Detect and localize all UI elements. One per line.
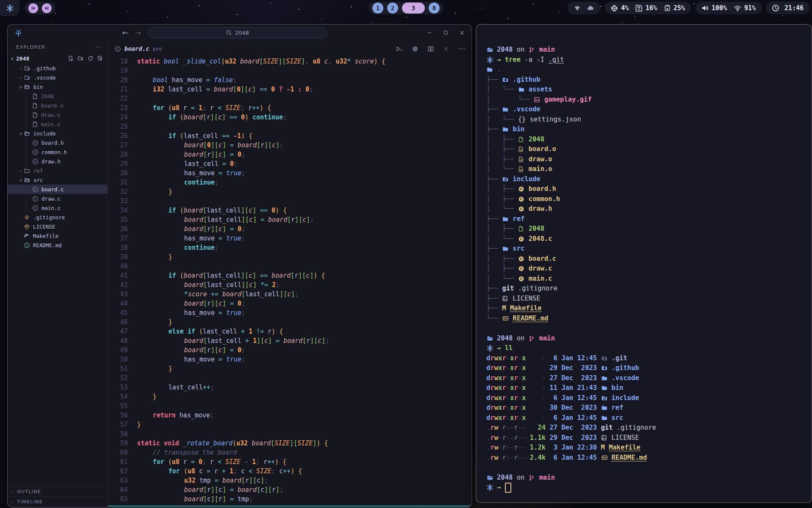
code-line-21[interactable]: 21i32 last_cell = board[0][c] == 0 ? -1 … [108, 85, 472, 94]
tree-row-draw.c[interactable]: Cdraw.c [8, 194, 107, 203]
command-center-search[interactable]: 2048 [148, 27, 327, 39]
minimize-button[interactable] [427, 30, 432, 36]
code-line-49[interactable]: 49board[r][c] = 0; [108, 345, 472, 355]
code-line-63[interactable]: 63u32 tmp = board[r][c]; [108, 476, 472, 485]
code-line-54[interactable]: 54} [108, 392, 472, 401]
run-button-icon[interactable] [394, 46, 403, 52]
tree-row-ref[interactable]: ›ref [8, 166, 107, 175]
code-line-31[interactable]: 31continue; [108, 178, 472, 187]
timeline-panel-header[interactable]: › TIMELINE [8, 497, 107, 507]
tree-row-.github[interactable]: ›.github [8, 64, 107, 73]
refresh-icon[interactable] [88, 55, 93, 61]
tree-root-row[interactable]: ∨ 2048 [8, 53, 107, 64]
titlebar[interactable]: ← → 2048 [8, 25, 472, 41]
code-line-38[interactable]: 38continue; [108, 243, 472, 252]
tree-row-bin[interactable]: ∨bin [8, 82, 107, 91]
tree-row-Makefile[interactable]: Makefile [8, 231, 107, 240]
tree-row-include[interactable]: ∨include [8, 129, 107, 138]
code-line-41[interactable]: 41if (board[last_cell][c] == board[r][c]… [108, 271, 472, 280]
close-editor-icon[interactable] [443, 46, 449, 52]
outline-panel-header[interactable]: › OUTLINE [8, 486, 107, 497]
media-prev-button[interactable] [28, 3, 38, 13]
workspace-3[interactable]: 3 [402, 3, 425, 14]
tree-row-board.h[interactable]: Hboard.h [8, 138, 107, 147]
speaker-icon[interactable] [701, 4, 709, 12]
chevron-right-icon[interactable]: › [18, 168, 24, 173]
code-line-39[interactable]: 39} [108, 252, 472, 262]
code-line-46[interactable]: 46} [108, 318, 472, 327]
code-line-64[interactable]: 64board[r][c] = board[c][r]; [108, 485, 472, 494]
code-line-48[interactable]: 48board[last_cell + 1][c] = board[r][c]; [108, 336, 472, 345]
new-file-icon[interactable] [68, 55, 74, 61]
workspace-1[interactable]: 1 [373, 3, 384, 14]
chevron-right-icon[interactable]: › [18, 75, 24, 80]
code-line-59[interactable]: 59static void _rotate_board(u32 board[SI… [108, 439, 472, 448]
nav-forward-icon[interactable]: → [135, 28, 141, 37]
tree-row-draw.o[interactable]: draw.o [8, 110, 107, 119]
code-line-20[interactable]: 20bool has_move = false; [108, 75, 472, 85]
code-line-26[interactable]: 26if (last_cell == -1) { [108, 131, 472, 141]
tree-row-.vscode[interactable]: ›.vscode [8, 73, 107, 82]
terminal-window[interactable]: 2048 on main→ tree -a -I .git.├── .githu… [476, 24, 812, 503]
tree-row-LICENSE[interactable]: LICENSE [8, 222, 107, 231]
tree-row-board.c[interactable]: Cboard.c [8, 185, 107, 194]
more-actions-icon[interactable]: ··· [458, 45, 466, 53]
code-line-60[interactable]: 60// transpose the board [108, 448, 472, 457]
code-line-57[interactable]: 57} [108, 420, 472, 429]
code-line-30[interactable]: 30has_move = true; [108, 168, 472, 178]
code-line-55[interactable]: 55 [108, 401, 472, 411]
code-line-51[interactable]: 51} [108, 364, 472, 373]
split-editor-icon[interactable] [428, 46, 434, 52]
code-line-22[interactable]: 22 [108, 94, 472, 103]
tree-row-src[interactable]: ∨src [8, 175, 107, 185]
code-line-29[interactable]: 29last_cell = 0; [108, 159, 472, 168]
code-line-35[interactable]: 35board[last_cell][c] = board[r][c]; [108, 215, 472, 224]
tree-row-2048[interactable]: 2048 [8, 91, 107, 101]
code-line-25[interactable]: 25 [108, 122, 472, 131]
code-line-28[interactable]: 28board[r][c] = 0; [108, 150, 472, 159]
code-line-42[interactable]: 42board[last_cell][c] *= 2; [108, 280, 472, 290]
editor-pane[interactable]: C board.c src ··· 18static bool _slide_c… [108, 41, 472, 507]
collapse-all-icon[interactable] [97, 55, 103, 61]
code-line-18[interactable]: 18static bool _slide_col(u32 board[SIZE]… [108, 57, 472, 66]
code-line-27[interactable]: 27board[0][c] = board[r][c]; [108, 141, 472, 150]
code-line-34[interactable]: 34if (board[last_cell][c] == 0) { [108, 206, 472, 215]
code-line-47[interactable]: 47else if (last_cell + 1 != r) { [108, 327, 472, 336]
code-line-37[interactable]: 37has_move = true; [108, 234, 472, 243]
nav-back-icon[interactable]: ← [122, 28, 128, 37]
wifi-icon[interactable] [734, 4, 741, 12]
workspace-2[interactable]: 2 [387, 3, 398, 14]
code-line-62[interactable]: 62for (u8 c = r + 1; c < SIZE; c++) { [108, 467, 472, 476]
nix-launcher-button[interactable] [0, 0, 19, 16]
code-area[interactable]: 18static bool _slide_col(u32 board[SIZE]… [108, 57, 472, 504]
close-button[interactable] [459, 30, 465, 36]
tree-row-main.o[interactable]: main.o [8, 119, 107, 129]
chevron-down-icon[interactable]: ∨ [18, 85, 24, 89]
settings-gear-icon[interactable] [412, 46, 418, 52]
code-line-23[interactable]: 23for (u8 r = 1; r < SIZE; r++) { [108, 103, 472, 113]
tree-row-README.md[interactable]: README.md [8, 240, 107, 250]
code-line-19[interactable]: 19 [108, 66, 472, 75]
chevron-down-icon[interactable]: ∨ [18, 178, 24, 182]
code-line-50[interactable]: 50has_move = true; [108, 355, 472, 364]
code-line-36[interactable]: 36board[r][c] = 0; [108, 224, 472, 234]
new-folder-icon[interactable] [77, 55, 84, 61]
maximize-button[interactable] [443, 30, 448, 35]
tree-row-common.h[interactable]: Hcommon.h [8, 147, 107, 157]
code-line-40[interactable]: 40 [108, 262, 472, 271]
code-line-43[interactable]: 43*score += board[last_cell][c]; [108, 290, 472, 299]
chevron-right-icon[interactable]: › [18, 66, 24, 71]
tree-row-draw.h[interactable]: Hdraw.h [8, 157, 107, 166]
code-line-24[interactable]: 24if (board[r][c] == 0) continue; [108, 113, 472, 122]
code-line-52[interactable]: 52 [108, 373, 472, 383]
media-next-button[interactable] [42, 3, 52, 13]
code-line-65[interactable]: 65board[c][r] = tmp; [108, 494, 472, 504]
tree-row-.gitignore[interactable]: .gitignore [8, 213, 107, 222]
code-line-56[interactable]: 56return has_move; [108, 411, 472, 420]
tree-row-board.o[interactable]: board.o [8, 101, 107, 110]
explorer-more-icon[interactable]: ··· [96, 44, 102, 50]
code-line-32[interactable]: 32} [108, 187, 472, 196]
code-line-58[interactable]: 58 [108, 429, 472, 439]
code-line-44[interactable]: 44board[r][c] = 0; [108, 299, 472, 308]
horizontal-scrollbar[interactable] [108, 505, 472, 507]
